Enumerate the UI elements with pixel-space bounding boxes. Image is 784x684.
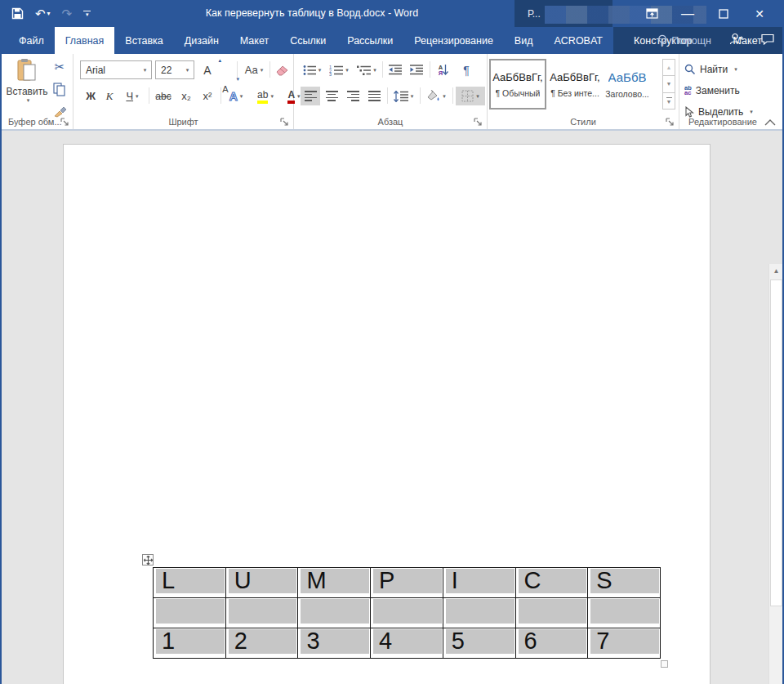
style-heading[interactable]: АаБбВ Заголово... [602, 59, 653, 110]
borders-icon [461, 90, 474, 102]
collapse-ribbon-button[interactable] [764, 119, 776, 126]
scrollbar-up-button[interactable]: ▲ [769, 264, 782, 278]
select-dropdown-arrow[interactable]: ▾ [750, 109, 753, 115]
table-cell[interactable] [225, 598, 298, 628]
change-case-button[interactable]: Аа▾ [240, 60, 268, 79]
tab-design[interactable]: Дизайн [174, 27, 229, 54]
grow-font-button[interactable]: А▴ [199, 60, 216, 79]
styles-scroll-down-button[interactable]: ▼ [662, 76, 675, 92]
font-size-combo[interactable]: 22 ▾ [155, 60, 194, 79]
sort-button[interactable]: АЯ [433, 60, 454, 79]
table-cell[interactable]: L [154, 568, 226, 598]
font-dialog-launcher[interactable] [280, 118, 289, 127]
borders-button[interactable]: ▾ [456, 87, 485, 105]
table-cell[interactable] [443, 598, 515, 628]
cut-button[interactable]: ✂ [51, 59, 69, 75]
font-name-dropdown-arrow[interactable]: ▾ [139, 67, 151, 74]
undo-dropdown-arrow[interactable]: ▾ [47, 10, 51, 17]
redo-button[interactable]: ↷ [62, 7, 73, 21]
strikethrough-button[interactable]: abc [152, 87, 175, 105]
clear-formatting-button[interactable] [273, 60, 292, 79]
scrollbar-thumb[interactable] [770, 279, 782, 606]
table-cell[interactable] [298, 598, 371, 628]
find-dropdown-arrow[interactable]: ▾ [734, 66, 737, 73]
customize-qat-button[interactable]: ▾ [83, 11, 91, 16]
tab-review[interactable]: Рецензирование [403, 27, 504, 54]
find-button[interactable]: Найти ▾ [684, 60, 737, 78]
undo-button[interactable]: ↶ ▾ [35, 7, 51, 21]
table-cell[interactable]: 1 [154, 628, 226, 659]
clipboard-dialog-launcher[interactable] [60, 118, 69, 127]
styles-scroll-up-button[interactable]: ▲ [662, 59, 675, 76]
tell-me-button[interactable]: Помощн [657, 34, 711, 47]
align-right-button[interactable] [343, 87, 363, 105]
doc-table[interactable]: LUMPICS1234567 [153, 567, 661, 659]
table-cell[interactable]: 6 [515, 628, 588, 659]
table-cell[interactable]: 3 [298, 628, 371, 659]
align-left-button[interactable] [301, 87, 320, 105]
table-cell[interactable]: M [298, 568, 371, 598]
underline-button[interactable]: Ч ▾ [119, 87, 145, 105]
italic-button[interactable]: К [101, 87, 118, 105]
table-cell[interactable]: 5 [443, 628, 515, 659]
tab-home[interactable]: Главная [55, 27, 115, 54]
replace-button[interactable]: ab ac Заменить [684, 82, 740, 100]
tab-file[interactable]: Файл [8, 27, 55, 54]
paragraph-dialog-launcher[interactable] [474, 118, 483, 127]
minimize-button[interactable]: — [670, 0, 706, 27]
table-cell[interactable] [588, 598, 661, 628]
comments-button[interactable] [761, 34, 774, 48]
paste-dropdown-arrow[interactable]: ▾ [27, 97, 30, 104]
style-normal[interactable]: АаБбВвГг, ¶ Обычный [489, 59, 546, 110]
font-size-dropdown-arrow[interactable]: ▾ [181, 67, 194, 74]
bold-button[interactable]: Ж [82, 87, 100, 105]
paste-button[interactable]: Вставить ▾ [5, 58, 49, 120]
tab-view[interactable]: Вид [504, 27, 544, 54]
close-button[interactable]: ✕ [742, 0, 777, 27]
table-resize-handle[interactable] [661, 660, 668, 668]
share-button[interactable] [729, 33, 743, 48]
save-button[interactable] [11, 7, 24, 20]
table-cell[interactable]: 4 [371, 628, 443, 659]
table-cell[interactable]: 7 [588, 628, 661, 659]
table-cell[interactable] [371, 598, 443, 628]
table-cell[interactable]: S [588, 568, 661, 598]
style-no-spacing[interactable]: АаБбВвГг, ¶ Без инте... [550, 59, 600, 110]
line-spacing-button[interactable]: ▾ [390, 87, 416, 105]
increase-indent-button[interactable] [407, 60, 426, 79]
font-name-combo[interactable]: Arial ▾ [80, 60, 152, 79]
table-cell[interactable]: 2 [225, 628, 298, 659]
tab-acrobat[interactable]: ACROBAT [543, 27, 613, 54]
text-effects-button[interactable]: А ▾ [224, 87, 248, 105]
justify-button[interactable] [364, 87, 384, 105]
multilevel-list-button[interactable]: ▾ [354, 60, 379, 79]
tab-layout[interactable]: Макет [229, 27, 279, 54]
subscript-button[interactable]: x₂ [176, 87, 196, 105]
underline-dropdown-arrow[interactable]: ▾ [136, 93, 139, 100]
table-cell[interactable] [515, 598, 588, 628]
tab-mailings[interactable]: Рассылки [336, 27, 403, 54]
table-cell[interactable] [154, 598, 226, 628]
numbering-button[interactable]: 123 ▾ [327, 60, 351, 79]
align-center-button[interactable] [322, 87, 341, 105]
table-cell[interactable]: C [515, 568, 588, 598]
show-paragraph-marks-button[interactable]: ¶ [457, 60, 475, 79]
copy-button[interactable] [51, 81, 69, 97]
tab-insert[interactable]: Вставка [114, 27, 173, 54]
table-cell[interactable]: U [225, 568, 298, 598]
vertical-scrollbar[interactable]: ▲ [768, 264, 782, 684]
decrease-indent-button[interactable] [385, 60, 405, 79]
bullets-button[interactable]: ▾ [301, 60, 323, 79]
document-page[interactable]: LUMPICS1234567 [63, 144, 710, 684]
superscript-button[interactable]: x² [198, 87, 217, 105]
shading-button[interactable]: ▾ [423, 87, 449, 105]
text-highlight-button[interactable]: ab ▾ [252, 87, 279, 105]
table-cell[interactable]: I [443, 568, 515, 598]
table-cell[interactable]: P [371, 568, 443, 598]
tab-references[interactable]: Ссылки [279, 27, 336, 54]
styles-more-button[interactable]: ▼ [662, 93, 675, 110]
styles-dialog-launcher[interactable] [666, 118, 675, 127]
maximize-button[interactable] [706, 0, 742, 27]
ribbon-display-options-button[interactable] [634, 0, 670, 27]
table-move-handle[interactable] [142, 554, 154, 566]
